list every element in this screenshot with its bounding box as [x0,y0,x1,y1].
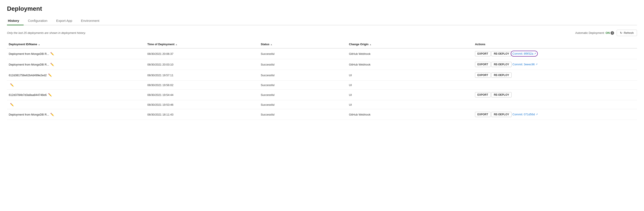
redeploy-button[interactable]: RE-DEPLOY [492,112,512,117]
page-title: Deployment [7,5,637,12]
deployment-actions: EXPORTRE-DEPLOYCommit: 071d56d↗ [473,109,637,120]
export-button[interactable]: EXPORT [475,92,490,97]
export-button[interactable]: EXPORT [475,112,490,117]
external-link-icon: ↗ [534,52,536,55]
deployment-history-note: Only the last 25 deployments are shown i… [7,31,86,34]
sort-arrow-origin: ▲ [370,43,372,46]
sort-arrow-id: ▲ [38,43,40,46]
table-row: 612d3784b7d3a8aa844748e6 ✏️ 08/30/2021 1… [7,90,637,100]
redeploy-button[interactable]: RE-DEPLOY [492,72,512,78]
deployment-status: Successful [259,48,347,59]
table-row: Deployment from MongoDB R... ✏️ 08/30/20… [7,48,637,59]
redeploy-button[interactable]: RE-DEPLOY [492,51,512,56]
commit-link[interactable]: Commit: 8f9f32a↗ [512,52,536,55]
deployment-origin: GitHub Webhook [347,59,473,70]
deployment-actions [473,81,637,90]
deployment-origin: GitHub Webhook [347,109,473,120]
deployment-status: Successful [259,70,347,81]
deployment-id-text: Deployment from MongoDB R... [9,113,49,116]
export-button[interactable]: EXPORT [475,51,490,56]
edit-icon[interactable]: ✏️ [10,83,14,87]
col-header-deployment-id: Deployment ID/Name▲ [7,40,146,48]
auto-deploy-label: Automatic Deployment: [575,31,605,34]
deployment-status: Successful [259,81,347,90]
right-controls: Automatic Deployment: ON i ↻ Refresh [575,30,637,36]
deployment-status: Successful [259,90,347,100]
deployment-actions [473,100,637,109]
deployment-time: 08/30/2021 20:03:10 [146,59,259,70]
auto-deploy-status: Automatic Deployment: ON i [575,31,614,35]
table-row: 612d381758e62b4d499e2ed2 ✏️ 08/30/2021 1… [7,70,637,81]
deployment-time: 08/30/2021 19:54:44 [146,90,259,100]
col-header-status: Status▲ [259,40,347,48]
sort-arrow-status: ▲ [270,43,272,46]
export-button[interactable]: EXPORT [475,62,490,67]
external-link-icon: ↗ [536,63,538,66]
deployment-origin: UI [347,81,473,90]
edit-icon[interactable]: ✏️ [10,103,14,106]
commit-link[interactable]: Commit: 071d56d↗ [512,113,538,116]
deployment-actions: EXPORTRE-DEPLOY [473,70,637,81]
deployment-origin: GitHub Webhook [347,48,473,59]
tab-nav: History Configuration Export App Environ… [7,16,637,25]
table-row: Deployment from MongoDB R... ✏️ 08/30/20… [7,59,637,70]
info-bar: Only the last 25 deployments are shown i… [7,29,637,37]
deployment-actions: EXPORTRE-DEPLOYCommit: 8f9f32a↗ [473,48,637,59]
external-link-icon: ↗ [536,113,538,116]
edit-icon[interactable]: ✏️ [50,52,54,55]
deployment-id-text: 612d3784b7d3a8aa844748e6 [9,93,47,97]
refresh-button[interactable]: ↻ Refresh [617,30,637,36]
table-header-row: Deployment ID/Name▲ Time of Deployment▲ … [7,40,637,48]
tab-configuration[interactable]: Configuration [24,16,52,25]
edit-icon[interactable]: ✏️ [48,73,52,77]
auto-deploy-on-label: ON [606,31,610,34]
tab-history[interactable]: History [7,16,24,25]
redeploy-button[interactable]: RE-DEPLOY [492,92,512,97]
deployment-id-text: Deployment from MongoDB R... [9,52,49,55]
deployment-origin: UI [347,90,473,100]
info-icon[interactable]: i [610,31,614,35]
deployment-actions: EXPORTRE-DEPLOY [473,90,637,100]
deployment-actions: EXPORTRE-DEPLOYCommit: 3eeec96↗ [473,59,637,70]
col-header-origin: Change Origin▲ [347,40,473,48]
deployment-time: 08/30/2021 19:56:02 [146,81,259,90]
table-row: Deployment from MongoDB R... ✏️ 08/30/20… [7,109,637,120]
deployment-time: 08/30/2021 19:53:46 [146,100,259,109]
deployments-table: Deployment ID/Name▲ Time of Deployment▲ … [7,40,637,120]
col-header-time: Time of Deployment▲ [146,40,259,48]
deployment-status: Successful [259,59,347,70]
deployment-id-text: 612d381758e62b4d499e2ed2 [9,74,47,77]
deployment-time: 08/30/2021 19:57:11 [146,70,259,81]
deployment-status: Successful [259,100,347,109]
table-row: ✏️ 08/30/2021 19:56:02SuccessfulUI [7,81,637,90]
tab-export-app[interactable]: Export App [52,16,76,25]
sort-arrow-time: ▲ [175,43,178,46]
col-header-actions: Actions [473,40,637,48]
deployment-id-text: Deployment from MongoDB R... [9,63,49,66]
deployment-time: 08/30/2021 18:11:43 [146,109,259,120]
edit-icon[interactable]: ✏️ [50,113,54,116]
refresh-icon: ↻ [620,31,622,34]
deployment-time: 08/30/2021 20:06:37 [146,48,259,59]
edit-icon[interactable]: ✏️ [48,93,52,97]
table-row: ✏️ 08/30/2021 19:53:46SuccessfulUI [7,100,637,109]
deployment-status: Successful [259,109,347,120]
redeploy-button[interactable]: RE-DEPLOY [492,62,512,67]
commit-link[interactable]: Commit: 3eeec96↗ [512,63,538,66]
refresh-label: Refresh [624,31,634,34]
export-button[interactable]: EXPORT [475,72,490,78]
deployment-origin: UI [347,70,473,81]
tab-environment[interactable]: Environment [76,16,104,25]
edit-icon[interactable]: ✏️ [50,63,54,66]
deployment-origin: UI [347,100,473,109]
